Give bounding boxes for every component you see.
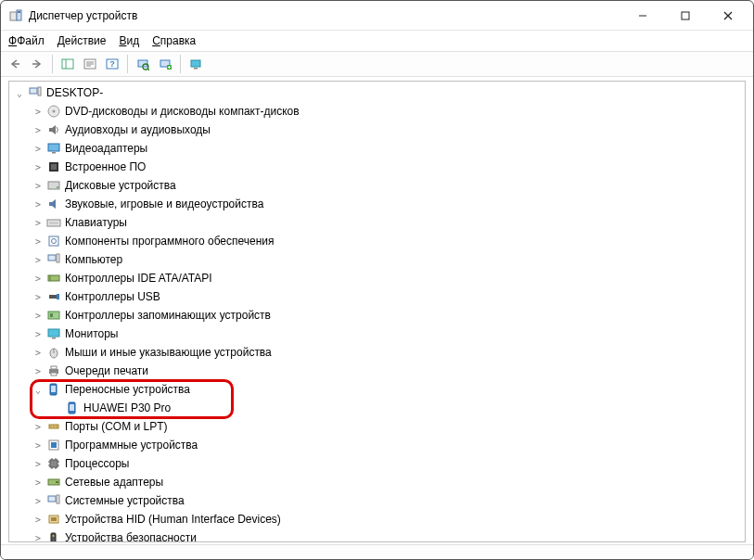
phone-icon <box>65 401 80 415</box>
usb-icon <box>46 289 61 304</box>
tree-item-label: Контроллеры USB <box>65 290 160 303</box>
toolbar-help-icon[interactable]: ? <box>102 54 122 74</box>
svg-rect-0 <box>10 12 17 20</box>
tree-item[interactable]: >Контроллеры USB <box>9 287 745 306</box>
expand-toggle[interactable]: ⌄ <box>32 385 45 395</box>
tree-item[interactable]: >Встроенное ПО <box>9 158 745 176</box>
tree-item[interactable]: >Программные устройства <box>9 436 745 454</box>
tree-item[interactable]: >Видеоадаптеры <box>9 139 745 158</box>
expand-toggle[interactable]: > <box>32 255 45 265</box>
expand-toggle[interactable]: > <box>32 236 45 247</box>
tree-item[interactable]: ⌄Переносные устройства <box>9 380 745 399</box>
tree-item-label: Компьютер <box>65 253 122 266</box>
tree-item-label: Контроллеры запоминающих устройств <box>65 309 271 322</box>
window-buttons <box>621 2 749 30</box>
expand-toggle[interactable]: > <box>32 292 45 302</box>
expand-toggle[interactable]: > <box>32 162 45 172</box>
tree-item-label: Устройства безопасности <box>65 531 197 542</box>
expand-toggle[interactable]: > <box>32 181 45 191</box>
menu-action[interactable]: Действие <box>58 34 107 47</box>
menu-help[interactable]: Справка <box>152 34 196 47</box>
expand-toggle[interactable]: > <box>32 144 45 154</box>
tree-item[interactable]: >Аудиовходы и аудиовыходы <box>9 121 745 139</box>
expand-toggle[interactable]: > <box>32 459 45 469</box>
tree-item[interactable]: >Контроллеры запоминающих устройств <box>9 306 745 325</box>
tree-root-node[interactable]: ⌄DESKTOP- <box>9 83 745 102</box>
app-icon <box>8 8 23 23</box>
tree-item[interactable]: >Мониторы <box>9 325 745 343</box>
toolbar-scan-hardware-icon[interactable] <box>133 54 153 74</box>
expand-toggle[interactable]: ⌄ <box>13 88 26 98</box>
expand-toggle[interactable]: > <box>32 329 45 339</box>
tree-item[interactable]: >Компьютер <box>9 250 745 269</box>
tree-item-label: HUAWEI P30 Pro <box>83 401 171 414</box>
portable-icon <box>46 382 61 397</box>
tree-item-label: DESKTOP- <box>46 86 103 99</box>
menu-view[interactable]: Вид <box>119 34 139 47</box>
security-icon <box>46 530 61 542</box>
expand-toggle[interactable]: > <box>32 477 45 488</box>
tree-item[interactable]: >DVD-дисководы и дисководы компакт-диско… <box>9 102 745 121</box>
tree-item[interactable]: >Очереди печати <box>9 362 745 380</box>
tree-item-label: Переносные устройства <box>65 383 190 396</box>
mouse-icon <box>46 345 61 360</box>
tree-item-label: Мониторы <box>65 327 118 340</box>
tree-item-label: Видеоадаптеры <box>65 142 147 155</box>
keyboard-icon <box>46 215 61 230</box>
svg-line-19 <box>147 69 149 70</box>
expand-toggle[interactable]: > <box>32 496 45 506</box>
toolbar-add-hardware-icon[interactable] <box>155 54 175 74</box>
tree-item-label: Встроенное ПО <box>65 160 146 173</box>
expand-toggle[interactable]: > <box>32 533 45 543</box>
tree-item-label: Сетевые адаптеры <box>65 476 163 489</box>
system-icon <box>46 493 61 508</box>
expand-toggle[interactable]: > <box>32 218 45 228</box>
expand-toggle[interactable]: > <box>32 348 45 358</box>
computer-icon <box>28 85 43 100</box>
minimize-button[interactable] <box>621 2 664 30</box>
toolbar-properties-icon[interactable] <box>80 54 100 74</box>
expand-toggle[interactable]: > <box>32 366 45 376</box>
tree-item[interactable]: >Устройства HID (Human Interface Devices… <box>9 510 745 528</box>
expand-toggle[interactable]: > <box>32 422 45 432</box>
expand-toggle[interactable]: > <box>32 107 45 117</box>
toolbar-monitor-icon[interactable] <box>185 54 206 74</box>
forward-button[interactable] <box>27 54 47 74</box>
tree-item[interactable]: >Клавиатуры <box>9 213 745 232</box>
expand-toggle[interactable]: > <box>32 274 45 284</box>
expand-toggle[interactable]: > <box>32 515 45 525</box>
tree-item-label: Звуковые, игровые и видеоустройства <box>65 197 263 210</box>
tree-item[interactable]: >Системные устройства <box>9 491 745 510</box>
tree-item[interactable]: >Компоненты программного обеспечения <box>9 232 745 250</box>
status-bar <box>1 544 753 559</box>
tree-item[interactable]: >Сетевые адаптеры <box>9 473 745 491</box>
expand-toggle[interactable]: > <box>32 199 45 210</box>
tree-item[interactable]: >Звуковые, игровые и видеоустройства <box>9 195 745 213</box>
computer-icon <box>46 252 61 267</box>
menu-file[interactable]: ФФайлФайл <box>8 34 45 47</box>
toolbar-show-hide-console-tree-icon[interactable] <box>58 54 78 74</box>
cpu-icon <box>46 456 61 471</box>
tree-item-label: Компоненты программного обеспечения <box>65 235 275 248</box>
hid-icon <box>46 308 61 323</box>
svg-rect-25 <box>194 68 198 70</box>
tree-item-label: Контроллеры IDE ATA/ATAPI <box>65 272 212 285</box>
tree-item[interactable]: >Порты (COM и LPT) <box>9 417 745 436</box>
tree-item[interactable]: >Процессоры <box>9 454 745 473</box>
tree-item[interactable]: >Устройства безопасности <box>9 528 745 542</box>
tree-item[interactable]: >Дисковые устройства <box>9 176 745 195</box>
tree-item-label: Устройства HID (Human Interface Devices) <box>65 513 281 526</box>
expand-toggle[interactable]: > <box>32 125 45 135</box>
expand-toggle[interactable]: > <box>32 440 45 451</box>
svg-rect-4 <box>682 12 689 19</box>
expand-toggle[interactable]: > <box>32 311 45 321</box>
tree-item[interactable]: >Контроллеры IDE ATA/ATAPI <box>9 269 745 287</box>
device-tree[interactable]: ⌄DESKTOP->DVD-дисководы и дисководы комп… <box>8 81 746 542</box>
maximize-button[interactable] <box>664 2 707 30</box>
tree-child-item[interactable]: HUAWEI P30 Pro <box>9 399 745 417</box>
tree-item-label: Клавиатуры <box>65 216 127 229</box>
back-button[interactable] <box>5 54 25 74</box>
tree-item-label: Порты (COM и LPT) <box>65 420 168 433</box>
close-button[interactable] <box>707 2 749 30</box>
tree-item[interactable]: >Мыши и иные указывающие устройства <box>9 343 745 362</box>
